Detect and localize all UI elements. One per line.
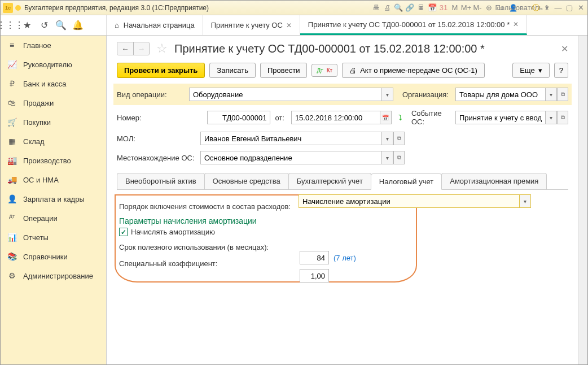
minimize-icon[interactable]: — bbox=[554, 3, 563, 12]
favorite-icon[interactable]: ★ bbox=[21, 19, 33, 32]
sidebar-item-salary[interactable]: 👤Зарплата и кадры bbox=[1, 189, 106, 208]
document-close-icon[interactable]: ✕ bbox=[561, 44, 568, 54]
print-act-label: Акт о приеме-передаче ОС (ОС-1) bbox=[360, 66, 477, 75]
sidebar-item-reports[interactable]: 📊Отчеты bbox=[1, 228, 106, 247]
dropdown-icon[interactable]: ▾ bbox=[382, 88, 393, 101]
search-icon[interactable]: 🔍 bbox=[55, 19, 67, 32]
sidebar-label: Зарплата и кадры bbox=[23, 195, 85, 203]
from-label: от: bbox=[275, 114, 287, 122]
dropdown-icon[interactable]: ▾ bbox=[546, 111, 557, 124]
m-icon[interactable]: M bbox=[450, 3, 459, 12]
tab-noncurrent[interactable]: Внеоборотный актив bbox=[117, 173, 205, 189]
forward-button[interactable]: → bbox=[133, 42, 149, 55]
tax-tab-pane: Порядок включения стоимости в состав рас… bbox=[117, 190, 568, 288]
link-icon[interactable]: 🔗 bbox=[405, 3, 414, 12]
vertical-scrollbar[interactable] bbox=[578, 36, 587, 364]
tab-os-list[interactable]: Принятие к учету ОС ✕ bbox=[203, 15, 300, 35]
bell-icon[interactable]: 🔔 bbox=[72, 19, 84, 32]
open-icon[interactable]: ⧉ bbox=[557, 111, 568, 124]
info-icon[interactable]: ⓘ bbox=[531, 3, 540, 12]
sidebar-item-catalogs[interactable]: 📚Справочники bbox=[1, 247, 106, 266]
tab-tax[interactable]: Налоговый учет bbox=[371, 173, 442, 190]
coefficient-input[interactable] bbox=[300, 269, 329, 283]
tab-close-icon[interactable]: ✕ bbox=[286, 21, 292, 29]
sidebar-label: Продажи bbox=[23, 99, 54, 107]
sidebar-item-production[interactable]: 🏭Производство bbox=[1, 151, 106, 170]
checkmark-icon: ✓ bbox=[119, 228, 128, 236]
location-input[interactable] bbox=[200, 151, 382, 164]
title-bar: 1c Бухгалтерия предприятия, редакция 3.0… bbox=[1, 1, 587, 15]
sidebar-item-main[interactable]: ≡Главное bbox=[1, 36, 106, 55]
mol-input[interactable] bbox=[200, 132, 382, 145]
dropdown-icon[interactable]: ▾ bbox=[382, 132, 393, 145]
useful-life-input[interactable] bbox=[300, 251, 329, 264]
maximize-icon[interactable]: ▢ bbox=[565, 3, 574, 12]
calendar-icon[interactable]: 📅 bbox=[380, 111, 392, 124]
more-button[interactable]: Еще ▾ bbox=[512, 63, 549, 78]
back-button[interactable]: ← bbox=[117, 42, 133, 55]
print-act-button[interactable]: 🖨 Акт о приеме-передаче ОС (ОС-1) bbox=[342, 63, 485, 78]
dropdown-icon[interactable]: ▾ bbox=[519, 195, 530, 207]
tab-bonus[interactable]: Амортизационная премия bbox=[441, 173, 547, 189]
tab-home-label: Начальная страница bbox=[124, 21, 195, 29]
sidebar-item-sales[interactable]: 🛍Продажи bbox=[1, 93, 106, 112]
help-button[interactable]: ? bbox=[554, 63, 568, 78]
number-input[interactable] bbox=[207, 111, 270, 124]
sidebar-item-manager[interactable]: 📈Руководителю bbox=[1, 55, 106, 74]
app-logo-icon: 1c bbox=[3, 3, 13, 13]
open-icon[interactable]: ⧉ bbox=[393, 151, 405, 164]
search-icon[interactable]: 🔍 bbox=[394, 3, 403, 12]
m-minus-icon[interactable]: M- bbox=[473, 3, 482, 12]
coefficient-label: Специальный коэффициент: bbox=[119, 259, 292, 268]
useful-life-hint: (7 лет) bbox=[334, 254, 356, 262]
favorite-star-icon[interactable]: ☆ bbox=[156, 41, 168, 56]
content-area: ← → ☆ Принятие к учету ОС ТД00-000001 от… bbox=[107, 36, 578, 364]
calc-icon[interactable]: 🖩 bbox=[416, 3, 425, 12]
post-and-close-button[interactable]: Провести и закрыть bbox=[117, 63, 205, 78]
org-input[interactable] bbox=[455, 88, 546, 101]
event-input[interactable] bbox=[455, 111, 546, 124]
tab-doc-label: Принятие к учету ОС ТД00-000001 от 15.02… bbox=[308, 20, 510, 29]
sidebar-label: Склад bbox=[23, 137, 45, 146]
sidebar-item-purchases[interactable]: 🛒Покупки bbox=[1, 112, 106, 132]
sidebar-item-bank[interactable]: ₽Банк и касса bbox=[1, 74, 106, 93]
books-icon: 📚 bbox=[7, 252, 16, 261]
post-button[interactable]: Провести bbox=[260, 63, 308, 78]
tab-doc[interactable]: Принятие к учету ОС ТД00-000001 от 15.02… bbox=[300, 15, 527, 35]
zoom-icon[interactable]: ⊕ bbox=[484, 3, 493, 12]
close-icon[interactable]: ✕ bbox=[576, 3, 585, 12]
print-preview-icon[interactable]: 🖶 bbox=[371, 3, 380, 12]
tab-close-icon[interactable]: ✕ bbox=[513, 20, 519, 28]
m-plus-icon[interactable]: M+ bbox=[462, 3, 471, 12]
person-icon: 👤 bbox=[7, 194, 16, 203]
dropdown-icon[interactable]: ▾ bbox=[542, 3, 551, 12]
dropdown-icon[interactable]: ▾ bbox=[382, 151, 393, 164]
save-button[interactable]: Записать bbox=[209, 63, 256, 78]
tab-fixed-assets[interactable]: Основные средства bbox=[204, 173, 289, 189]
sidebar-item-operations[interactable]: ДтОперации bbox=[1, 208, 106, 228]
date-input[interactable] bbox=[291, 111, 380, 124]
open-icon[interactable]: ⧉ bbox=[557, 88, 568, 101]
sidebar-item-admin[interactable]: ⚙Администрирование bbox=[1, 266, 106, 285]
open-icon[interactable]: ⧉ bbox=[393, 132, 405, 145]
date-icon[interactable]: 31 bbox=[439, 3, 448, 12]
sidebar-item-warehouse[interactable]: ▦Склад bbox=[1, 132, 106, 151]
op-type-input[interactable] bbox=[189, 88, 382, 101]
user-label[interactable]: 👤 Пользователь 1 bbox=[507, 3, 529, 12]
history-icon[interactable]: ↺ bbox=[38, 19, 50, 32]
tab-accounting[interactable]: Бухгалтерский учет bbox=[288, 173, 371, 189]
dropdown-icon[interactable]: ▾ bbox=[546, 88, 557, 101]
print-icon[interactable]: 🖨 bbox=[383, 3, 392, 12]
calendar-icon[interactable]: 📅 bbox=[428, 3, 437, 12]
mol-label: МОЛ: bbox=[117, 134, 196, 143]
sidebar-item-os-nma[interactable]: 🚚ОС и НМА bbox=[1, 170, 106, 189]
ruble-icon: ₽ bbox=[7, 79, 16, 88]
expense-order-input[interactable] bbox=[299, 195, 519, 207]
document-tabs: ⌂ Начальная страница Принятие к учету ОС… bbox=[107, 15, 587, 35]
number-label: Номер: bbox=[117, 114, 182, 122]
amortize-checkbox[interactable]: ✓ Начислять амортизацию bbox=[119, 227, 409, 237]
apps-icon[interactable]: ⋮⋮⋮ bbox=[4, 19, 16, 32]
org-label: Организация: bbox=[402, 90, 451, 99]
tab-home[interactable]: ⌂ Начальная страница bbox=[107, 15, 203, 35]
dtkt-button[interactable]: ДтКт bbox=[311, 64, 337, 77]
